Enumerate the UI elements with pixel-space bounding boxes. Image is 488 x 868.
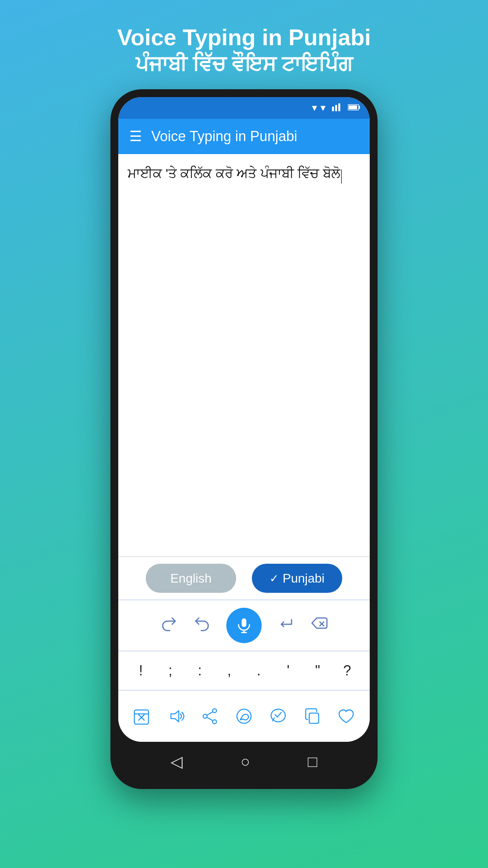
apostrophe-key[interactable]: ' [277, 662, 300, 679]
svg-rect-23 [309, 713, 319, 723]
svg-point-16 [213, 709, 216, 713]
messenger-icon[interactable] [269, 707, 288, 726]
app-bar: ☰ Voice Typing in Punjabi [118, 119, 370, 154]
svg-rect-1 [335, 105, 337, 111]
status-bar: ▼▼ [118, 97, 370, 119]
svg-line-20 [207, 717, 213, 721]
comma-key[interactable]: , [218, 662, 241, 679]
home-button[interactable]: ○ [240, 753, 250, 771]
typed-text: ਮਾਈਕ 'ਤੇ ਕਲਿੱਕ ਕਰੋ ਅਤੇ ਪੰਜਾਬੀ ਵਿੱਚ ਬੋਲੋ [128, 166, 340, 181]
punctuation-row: ! ; : , . ' " ? [118, 651, 370, 691]
redo-icon[interactable] [160, 615, 178, 636]
nav-bar: ◁ ○ □ [118, 742, 370, 781]
back-button[interactable]: ◁ [171, 752, 183, 771]
battery-icon [348, 103, 360, 113]
signal-icon [332, 103, 343, 114]
app-bar-title: Voice Typing in Punjabi [151, 128, 297, 145]
svg-point-17 [203, 714, 207, 718]
text-cursor [341, 169, 342, 184]
language-selector: English ✓ Punjabi [118, 557, 370, 600]
text-area[interactable]: ਮਾਈਕ 'ਤੇ ਕਲਿੱਕ ਕਰੋ ਅਤੇ ਪੰਜਾਬੀ ਵਿੱਚ ਬੋਲੋ [118, 154, 370, 557]
svg-line-19 [207, 712, 213, 715]
svg-rect-6 [242, 618, 246, 627]
wifi-icon: ▼▼ [310, 103, 327, 113]
svg-marker-15 [171, 711, 179, 722]
english-language-button[interactable]: English [146, 564, 236, 593]
colon-key[interactable]: : [188, 662, 212, 679]
svg-rect-0 [332, 107, 334, 111]
menu-icon[interactable]: ☰ [129, 128, 142, 145]
share-icon[interactable] [200, 707, 219, 726]
svg-point-18 [213, 720, 216, 724]
microphone-button[interactable] [226, 608, 262, 643]
copy-icon[interactable] [303, 707, 322, 726]
favorite-icon[interactable] [337, 707, 356, 726]
undo-icon[interactable] [193, 615, 211, 636]
period-key[interactable]: . [247, 662, 271, 679]
recent-button[interactable]: □ [308, 753, 317, 771]
quote-key[interactable]: " [306, 662, 330, 679]
svg-rect-4 [359, 106, 360, 109]
app-title-english: Voice Typing in Punjabi [117, 24, 371, 51]
backspace-icon[interactable] [310, 615, 328, 636]
punjabi-label: Punjabi [283, 571, 325, 586]
app-title-punjabi: ਪੰਜਾਬੀ ਵਿੱਚ ਵੌਇਸ ਟਾਇਪਿੰਗ [117, 51, 371, 78]
punjabi-language-button[interactable]: ✓ Punjabi [252, 564, 342, 593]
svg-rect-5 [349, 105, 357, 109]
speaker-icon[interactable] [166, 707, 185, 726]
svg-rect-2 [338, 103, 340, 111]
voice-controls [118, 600, 370, 651]
question-key[interactable]: ? [336, 662, 359, 679]
enter-icon[interactable] [277, 615, 295, 636]
exclaim-key[interactable]: ! [129, 662, 153, 679]
app-title-area: Voice Typing in Punjabi ਪੰਜਾਬੀ ਵਿੱਚ ਵੌਇਸ… [101, 0, 387, 89]
clear-icon[interactable] [132, 707, 151, 726]
phone-frame: ▼▼ ☰ Voice Typing in Punjabi [110, 89, 378, 789]
whatsapp-icon[interactable] [235, 707, 253, 726]
semicolon-key[interactable]: ; [159, 662, 182, 679]
selected-check-icon: ✓ [270, 572, 279, 585]
phone-screen: ▼▼ ☰ Voice Typing in Punjabi [118, 97, 370, 742]
action-bar [118, 691, 370, 742]
